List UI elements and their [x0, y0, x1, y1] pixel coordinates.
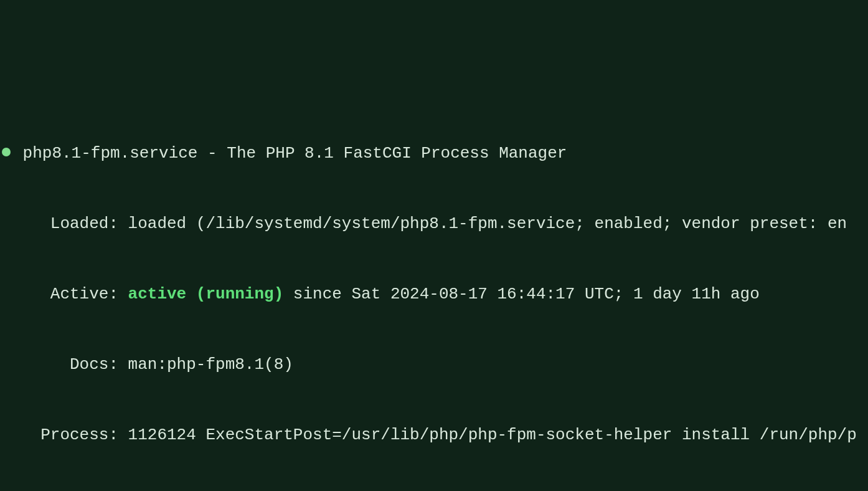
- docs-label: Docs:: [0, 353, 118, 377]
- service-header-line: php8.1-fpm.service - The PHP 8.1 FastCGI…: [0, 142, 868, 166]
- process-label: Process:: [0, 424, 118, 447]
- systemctl-status-output: php8.1-fpm.service - The PHP 8.1 FastCGI…: [0, 95, 868, 491]
- service-description: The PHP 8.1 FastCGI Process Manager: [227, 144, 567, 163]
- docs-line: Docs: man:php-fpm8.1(8): [0, 353, 868, 377]
- loaded-label: Loaded:: [0, 212, 118, 236]
- active-line: Active: active (running) since Sat 2024-…: [0, 283, 868, 307]
- active-since: since Sat 2024-08-17 16:44:17 UTC; 1 day…: [283, 285, 760, 303]
- status-dot-icon: [2, 148, 11, 156]
- service-name: php8.1-fpm.service: [23, 144, 198, 163]
- process-line: Process: 1126124 ExecStartPost=/usr/lib/…: [0, 424, 868, 447]
- loaded-line: Loaded: loaded (/lib/systemd/system/php8…: [0, 212, 868, 236]
- loaded-value: loaded (/lib/systemd/system/php8.1-fpm.s…: [128, 214, 847, 233]
- process-value: 1126124 ExecStartPost=/usr/lib/php/php-f…: [128, 426, 857, 444]
- active-status: active (running): [128, 285, 284, 303]
- docs-value: man:php-fpm8.1(8): [128, 355, 293, 374]
- active-label: Active:: [0, 283, 118, 307]
